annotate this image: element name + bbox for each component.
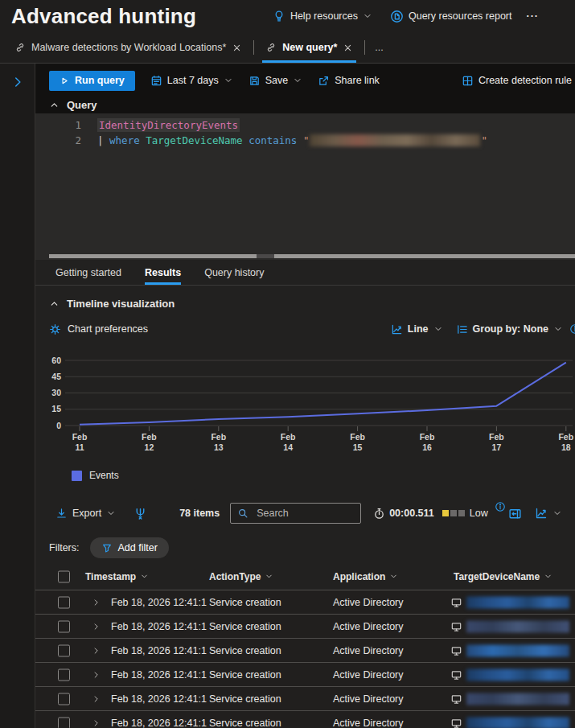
group-by-value: Group by: None [473, 323, 548, 335]
save-dropdown[interactable]: Save [248, 75, 303, 87]
chart-type-dropdown[interactable]: Line [391, 323, 443, 335]
info-icon[interactable] [495, 501, 506, 512]
redacted-device-name [466, 620, 569, 632]
chevron-down-icon [293, 76, 302, 85]
header-more-button[interactable]: ··· [527, 10, 540, 22]
table-row[interactable]: Feb 18, 2026 12:41:1 Service creation Ac… [35, 710, 575, 728]
left-rail [0, 64, 35, 728]
search-input[interactable] [255, 507, 354, 520]
svg-text:18: 18 [561, 442, 571, 452]
items-count: 78 items [179, 508, 220, 519]
code-line-1: 1 IdentityDirectoryEvents [35, 117, 575, 133]
chart-type-value: Line [408, 323, 429, 335]
expand-row-chevron-icon[interactable] [92, 598, 101, 607]
redacted-device-name [466, 693, 569, 705]
chevron-down-icon [224, 76, 233, 85]
legend-label: Events [89, 470, 119, 481]
tab-results[interactable]: Results [145, 260, 181, 285]
export-dropdown[interactable]: Export [55, 508, 116, 520]
usage-meter [442, 510, 465, 516]
group-by-dropdown[interactable]: Group by: None [456, 323, 563, 335]
row-checkbox[interactable] [58, 717, 70, 728]
funnel-icon [101, 542, 113, 553]
main-area: Run query Last 7 days Save Share [0, 64, 575, 728]
tab-malware-detections[interactable]: Malware detections by Workload Locations… [11, 32, 245, 63]
row-checkbox[interactable] [58, 668, 70, 681]
create-detection-rule-label: Create detection rule [478, 75, 572, 86]
resource-usage: Low [442, 508, 488, 519]
table-row[interactable]: Feb 18, 2026 12:41:1 Service creation Ac… [35, 614, 575, 638]
duration-value: 00:00.511 [389, 508, 434, 519]
tab-new-query[interactable]: New query* [262, 32, 356, 63]
table-row[interactable]: Feb 18, 2026 12:41:1 Service creation Ac… [35, 662, 575, 686]
query-editor[interactable]: 1 IdentityDirectoryEvents 2 | where Targ… [35, 113, 575, 260]
device-monitor-icon [450, 620, 462, 632]
timeline-collapse[interactable]: Timeline visualization [49, 294, 575, 313]
table-row[interactable]: Feb 18, 2026 12:41:1 Service creation Ac… [35, 686, 575, 710]
lightbulb-icon [273, 10, 285, 23]
close-icon[interactable] [232, 43, 242, 53]
time-range-dropdown[interactable]: Last 7 days [150, 75, 233, 87]
filters-row: Filters: Add filter [35, 533, 575, 563]
device-cell [450, 668, 569, 681]
application-cell: Active Directory [333, 645, 404, 656]
toolbar-strip: Run query Last 7 days Save Share [35, 64, 575, 113]
run-query-button[interactable]: Run query [49, 71, 135, 91]
query-resources-report-button[interactable]: Query resources report [390, 10, 512, 23]
chevron-down-icon [265, 572, 273, 581]
add-filter-button[interactable]: Add filter [90, 537, 169, 558]
expand-row-chevron-icon[interactable] [92, 718, 101, 727]
actiontype-cell: Service creation [209, 621, 281, 632]
pivot-branch-icon[interactable] [133, 507, 147, 520]
kql-quote-open: " [303, 134, 310, 146]
report-icon [390, 10, 404, 23]
horizontal-scrollbar[interactable] [49, 254, 575, 258]
info-icon[interactable] [569, 323, 575, 335]
device-monitor-icon [450, 693, 462, 705]
column-header-application[interactable]: Application [333, 571, 398, 582]
create-detection-rule-button[interactable]: Create detection rule [462, 75, 572, 87]
device-cell [450, 596, 569, 608]
filters-label: Filters: [49, 542, 80, 553]
query-section-collapse[interactable]: Query [49, 99, 572, 111]
timeline-section: Timeline visualization Chart preferences… [35, 286, 575, 494]
timestamp-cell: Feb 18, 2026 12:41:1 [111, 621, 207, 632]
chart-preferences-button[interactable]: Chart preferences [49, 323, 148, 335]
tab-query-history[interactable]: Query history [204, 260, 264, 285]
row-checkbox[interactable] [58, 693, 70, 705]
tab-getting-started[interactable]: Getting started [55, 260, 121, 285]
application-cell: Active Directory [333, 693, 404, 705]
expand-row-chevron-icon[interactable] [92, 670, 101, 679]
svg-text:Feb: Feb [489, 432, 504, 442]
chart-controls-row: Chart preferences Line Group by: None [49, 318, 575, 340]
column-header-timestamp[interactable]: Timestamp [85, 571, 149, 582]
select-all-checkbox[interactable] [58, 570, 70, 582]
line-number: 2 [35, 134, 81, 146]
svg-text:Feb: Feb [558, 432, 573, 442]
tab-overflow-button[interactable]: ... [375, 42, 383, 53]
chevron-down-icon [363, 11, 372, 21]
svg-text:11: 11 [75, 442, 84, 452]
timestamp-cell: Feb 18, 2026 12:41:1 [111, 669, 207, 681]
table-row[interactable]: Feb 18, 2026 12:41:1 Service creation Ac… [35, 638, 575, 662]
chart-view-toggle[interactable] [535, 507, 562, 520]
table-row[interactable]: Feb 18, 2026 12:41:1 Service creation Ac… [35, 590, 575, 614]
side-panel-icon[interactable] [508, 507, 522, 520]
line-number: 1 [35, 119, 81, 131]
column-label: Application [333, 571, 385, 582]
help-resources-button[interactable]: Help resources [273, 10, 372, 23]
expand-row-chevron-icon[interactable] [92, 622, 101, 631]
actiontype-cell: Service creation [209, 693, 281, 705]
expand-rail-chevron-icon[interactable] [10, 75, 25, 89]
close-icon[interactable] [343, 43, 353, 53]
row-checkbox[interactable] [58, 644, 70, 656]
query-link-icon [14, 42, 26, 53]
column-header-targetdevicename[interactable]: TargetDeviceName [454, 571, 552, 582]
row-checkbox[interactable] [58, 620, 70, 632]
column-header-actiontype[interactable]: ActionType [209, 571, 273, 582]
share-link-button[interactable]: Share link [318, 75, 380, 87]
row-checkbox[interactable] [58, 596, 70, 608]
expand-row-chevron-icon[interactable] [92, 694, 101, 703]
device-monitor-icon [450, 596, 462, 608]
expand-row-chevron-icon[interactable] [92, 646, 101, 655]
